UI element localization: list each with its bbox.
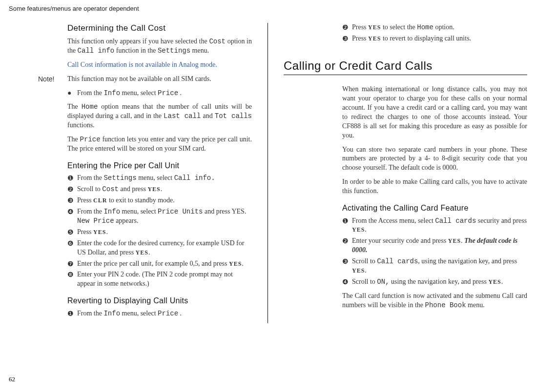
code-info: Info <box>103 89 120 97</box>
text: and <box>201 112 214 119</box>
list-item: ❽ Enter your PIN 2 code. (The PIN 2 code… <box>77 270 252 289</box>
text: . <box>242 260 244 267</box>
code-call-info: Call info <box>78 47 115 55</box>
text: appears. <box>114 217 139 224</box>
heading-determining-call-cost: Determining the Call Cost <box>67 23 252 34</box>
bullet-marker: ● <box>67 89 71 98</box>
text: From the <box>77 208 103 215</box>
text: From the <box>77 310 103 317</box>
text: . <box>161 185 163 193</box>
step-marker: ❶ <box>67 174 74 183</box>
key-clr: CLR <box>93 197 107 204</box>
list-item: ❷ Enter your security code and press YES… <box>352 236 527 255</box>
step-marker: ❽ <box>67 270 74 279</box>
para-cc-activated: The Call card function is now activated … <box>342 292 527 310</box>
list-item: ● From the Info menu, select Price . <box>77 89 252 98</box>
text: Scroll to <box>352 257 377 265</box>
para-cc-intro: When making international or long distan… <box>342 85 527 140</box>
text: and press YES. <box>203 208 246 215</box>
text: to select the <box>381 23 417 31</box>
code-cost: Cost <box>209 38 226 45</box>
list-item: ❸ Scroll to Call cards, using the naviga… <box>352 257 527 275</box>
text: . <box>178 310 182 317</box>
list-item: ❻ Enter the code for the desired currenc… <box>77 239 252 257</box>
text: Enter your security code and press <box>352 237 448 244</box>
key-yes: YES <box>147 186 160 193</box>
para-cc-store: You can store two separate card numbers … <box>342 145 527 173</box>
code-home: Home <box>82 103 98 111</box>
code-cost: Cost <box>102 185 119 193</box>
key-yes: YES <box>488 278 501 285</box>
code-home: Home <box>417 23 433 31</box>
step-marker: ❷ <box>342 236 349 246</box>
list-item: ❼ Enter the price per call unit, for exa… <box>77 259 252 269</box>
para-cc-activate: In order to be able to make Calling card… <box>342 177 527 196</box>
step-marker: ❸ <box>342 34 349 43</box>
text: From the <box>77 174 103 181</box>
list-item: ❶ From the Access menu, select Call card… <box>352 216 527 235</box>
step-marker: ❷ <box>67 185 74 194</box>
para-price-function: The Price function lets you enter and va… <box>67 135 252 154</box>
text: functions. <box>67 121 95 129</box>
text: Enter the price per call unit, for examp… <box>77 260 229 267</box>
ordered-list-continued: ❷ Press YES to select the Home option. ❸… <box>342 23 527 43</box>
key-yes: YES <box>229 260 242 267</box>
text: Press <box>352 23 368 31</box>
page-number: 62 <box>9 375 15 383</box>
para-home-option: The Home option means that the number of… <box>67 102 252 130</box>
text: . <box>106 228 108 235</box>
text: , using the navigation key, and press <box>418 257 517 265</box>
text: menu, select <box>120 310 158 317</box>
text: The <box>67 136 80 143</box>
step-marker: ❹ <box>67 207 74 216</box>
list-item: ❸ Press YES to revert to displaying call… <box>352 34 527 43</box>
code-phone-book: Phone Book <box>425 301 466 309</box>
list-item: ❺ Press YES. <box>77 228 252 237</box>
code-price: Price <box>80 136 101 143</box>
text: . <box>501 278 503 285</box>
code-info: Info <box>103 208 120 216</box>
list-item: ❸ Press CLR to exit to standby mode. <box>77 196 252 205</box>
text: Scroll to <box>352 278 377 285</box>
heading-reverting: Reverting to Displaying Call Units <box>67 295 252 306</box>
code-call-info: Call info. <box>174 174 215 182</box>
list-item: ❶ From the Info menu, select Price . <box>77 309 252 318</box>
step-marker: ❹ <box>342 277 349 287</box>
key-yes: YES <box>352 226 365 233</box>
key-yes: YES <box>448 237 461 244</box>
text: Press <box>77 196 93 204</box>
note-block: Note! This function may not be available… <box>67 75 252 84</box>
heading-entering-price: Entering the Price per Call Unit <box>67 160 252 171</box>
text: menu. <box>466 301 485 309</box>
step-marker: ❶ <box>67 309 74 318</box>
text: menu, select <box>120 208 158 215</box>
code-price-units: Price Units <box>158 208 203 216</box>
note-text: This function may not be available on al… <box>67 75 211 82</box>
code-call-cards: Call cards <box>435 217 476 225</box>
text: Enter the code for the desired currency,… <box>77 239 244 256</box>
text: The <box>67 103 82 110</box>
text: Press <box>77 228 93 235</box>
para-cost-intro: This function only appears if you have s… <box>67 37 252 56</box>
text: menu. <box>190 47 209 54</box>
text: . <box>365 267 367 274</box>
text: From the <box>77 89 103 97</box>
step-marker: ❻ <box>67 239 74 248</box>
code-settings: Settings <box>158 47 190 55</box>
header-note: Some features/menus are operator depende… <box>9 5 527 12</box>
text: . <box>461 237 464 244</box>
list-item: ❷ Scroll to Cost and press YES. <box>77 185 252 194</box>
text: This function only appears if you have s… <box>67 38 209 45</box>
code-new-price: New Price <box>77 217 114 225</box>
list-item: ❶ From the Settings menu, select Call in… <box>77 174 252 183</box>
text: to revert to displaying call units. <box>381 35 471 42</box>
text: to exit to standby mode. <box>107 196 174 204</box>
step-marker: ❺ <box>67 228 74 237</box>
text: Press <box>352 35 368 42</box>
code-info: Info <box>103 310 120 317</box>
text: From the Access menu, select <box>352 217 435 224</box>
text: security and press <box>476 217 527 224</box>
bullet-list: ● From the Info menu, select Price . <box>67 89 252 98</box>
text: menu, select <box>137 174 174 181</box>
text: using the navigation key, and press <box>390 278 489 285</box>
